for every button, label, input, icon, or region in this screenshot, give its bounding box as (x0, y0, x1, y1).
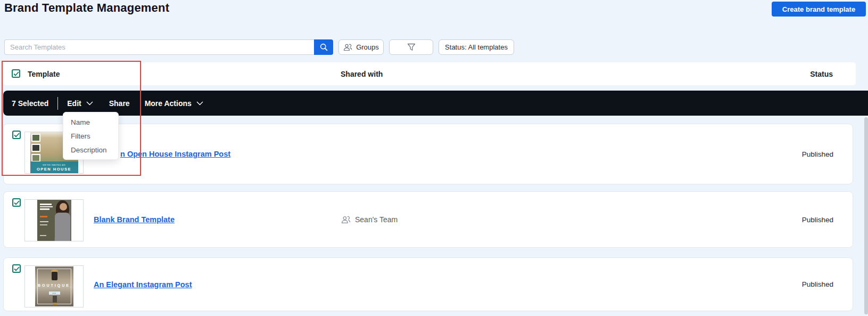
template-row: WE'RE HAVING AN OPEN HOUSE n Open House … (3, 124, 853, 184)
more-actions-button-label: More Actions (145, 99, 192, 108)
page-title: Brand Template Management (4, 1, 169, 15)
share-button-label: Share (109, 99, 130, 108)
chevron-down-icon (86, 101, 93, 106)
shared-with-label: Sean's Team (355, 215, 398, 224)
boutique-thumbnail-art: BOUTIQUE ●●● (35, 266, 73, 306)
groups-button-label: Groups (356, 43, 379, 51)
selected-count: 7 Selected (12, 99, 48, 108)
scrollbar[interactable] (864, 117, 868, 314)
checkmark-icon (13, 71, 19, 76)
row-status: Published (767, 124, 833, 184)
template-row: BOUTIQUE ●●● An Elegant Instagram Post P… (3, 257, 853, 311)
row-checkbox[interactable] (12, 131, 21, 139)
column-header-template: Template (28, 62, 60, 85)
edit-menu-item-description[interactable]: Description (63, 143, 118, 157)
edit-menu-button-label: Edit (67, 99, 81, 108)
filter-button[interactable] (389, 39, 433, 55)
people-icon (341, 215, 351, 224)
edit-menu-button[interactable]: Edit (67, 99, 93, 108)
template-row: Blank Brand Template Sean's Team Publish… (3, 191, 853, 248)
checkmark-icon (14, 266, 20, 271)
more-actions-button[interactable]: More Actions (145, 99, 203, 108)
toolbar: Groups Status: All templates (0, 39, 868, 55)
share-button[interactable]: Share (109, 99, 130, 108)
column-header-shared-with: Shared with (341, 62, 383, 85)
checkmark-icon (14, 133, 20, 137)
edit-menu-item-filters[interactable]: Filters (63, 129, 118, 143)
chevron-down-icon (196, 101, 203, 106)
groups-button[interactable]: Groups (338, 39, 384, 55)
brand-template-management-page: Brand Template Management Create brand t… (0, 0, 868, 316)
row-status: Published (767, 192, 833, 247)
funnel-icon (407, 43, 416, 52)
search-button[interactable] (314, 39, 333, 55)
blank-template-thumbnail-art (37, 200, 71, 241)
table-header-row: Template Shared with Status (3, 62, 856, 85)
template-thumbnail[interactable]: BOUTIQUE ●●● (24, 265, 84, 307)
row-checkbox[interactable] (12, 264, 21, 273)
people-icon (343, 43, 352, 51)
status-filter-button[interactable]: Status: All templates (439, 39, 514, 55)
template-thumbnail[interactable] (24, 199, 84, 241)
row-checkbox[interactable] (12, 198, 21, 207)
edit-dropdown-menu: Name Filters Description (63, 112, 119, 160)
template-name-link[interactable]: Blank Brand Template (94, 215, 175, 224)
template-name-link[interactable]: An Elegant Instagram Post (94, 280, 192, 289)
edit-menu-item-name[interactable]: Name (63, 115, 118, 129)
select-all-checkbox[interactable] (12, 69, 20, 78)
template-name-link[interactable]: n Open House Instagram Post (120, 150, 230, 158)
create-brand-template-button[interactable]: Create brand template (772, 2, 866, 17)
magnifier-icon (319, 43, 328, 52)
column-header-status: Status (766, 62, 833, 85)
status-filter-label: Status: All templates (445, 43, 508, 51)
row-status: Published (767, 258, 833, 311)
row-shared-with: Sean's Team (341, 192, 398, 247)
checkmark-icon (14, 200, 20, 205)
bulk-action-bar: 7 Selected Edit Share More Actions (3, 91, 868, 116)
search-input[interactable] (4, 39, 314, 55)
action-bar-divider (57, 97, 58, 110)
